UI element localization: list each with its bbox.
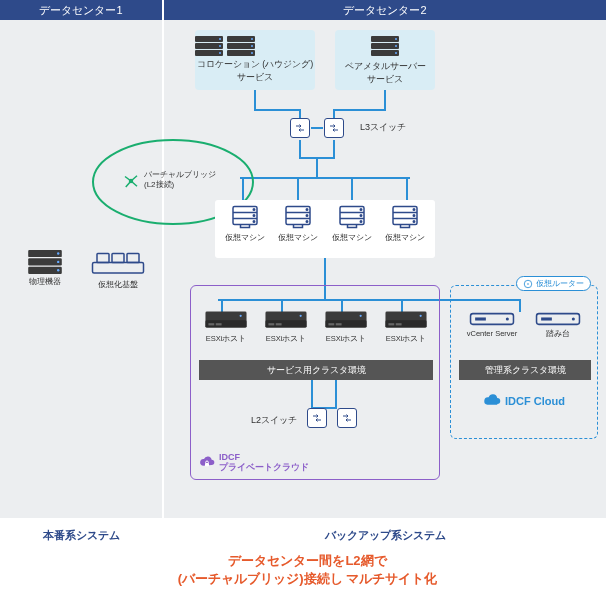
- dc2-footer: バックアップ系システム: [164, 526, 606, 544]
- svg-point-9: [307, 221, 309, 223]
- svg-rect-48: [97, 254, 109, 263]
- physical-equipment: 物理機器: [16, 252, 74, 290]
- vbridge-label-1: バーチャルブリッジ: [144, 170, 216, 180]
- server-stack-icon: [195, 36, 315, 57]
- svg-point-4: [253, 215, 255, 217]
- cloud-icon: [483, 394, 501, 408]
- host-icon: [324, 310, 368, 332]
- svg-point-17: [413, 221, 415, 223]
- esxi-host: ESXiホスト: [259, 310, 313, 344]
- idcf-cloud-label: IDCF Cloud: [451, 394, 597, 408]
- esxi-host: ESXiホスト: [199, 310, 253, 344]
- service-cluster-bar: サービス用クラスタ環境: [199, 360, 433, 380]
- svg-point-8: [307, 215, 309, 217]
- svg-point-13: [360, 221, 362, 223]
- svg-rect-43: [475, 317, 486, 320]
- svg-rect-47: [92, 263, 143, 274]
- vm-icon: [390, 205, 420, 229]
- svg-rect-37: [396, 323, 402, 325]
- svg-rect-50: [127, 254, 139, 263]
- caption: データセンター間をL2網で (バーチャルブリッジ)接続し マルチサイト化: [0, 552, 615, 588]
- svg-point-7: [307, 209, 309, 211]
- esxi-host: ESXiホスト: [379, 310, 433, 344]
- svg-rect-27: [276, 323, 282, 325]
- vm-group: 仮想マシン 仮想マシン 仮想マシン 仮想マシン: [215, 200, 435, 258]
- svg-rect-38: [205, 463, 209, 466]
- vm-item: 仮想マシン: [274, 205, 322, 256]
- svg-point-11: [360, 209, 362, 211]
- vm-icon: [230, 205, 260, 229]
- bastion-server: 踏み台: [529, 312, 587, 339]
- dc1-footer: 本番系システム: [0, 526, 162, 544]
- server-icon: [469, 312, 515, 326]
- svg-rect-31: [328, 323, 334, 325]
- svg-point-40: [527, 283, 529, 285]
- svg-rect-32: [336, 323, 342, 325]
- switch-icon: [337, 408, 357, 428]
- vbridge-label-2: (L2接続): [144, 180, 216, 190]
- svg-rect-26: [268, 323, 274, 325]
- vm-icon: [283, 205, 313, 229]
- svg-rect-22: [216, 323, 222, 325]
- vm-item: 仮想マシン: [381, 205, 429, 256]
- switch-icon: [290, 118, 310, 138]
- svg-point-20: [240, 315, 242, 317]
- svg-point-3: [253, 209, 255, 211]
- mgmt-cluster-bar: 管理系クラスタ環境: [459, 360, 591, 380]
- dc2-header: データセンター2: [164, 0, 606, 20]
- vm-item: 仮想マシン: [328, 205, 376, 256]
- svg-point-42: [506, 317, 509, 320]
- svg-rect-46: [541, 317, 552, 320]
- svg-point-30: [360, 315, 362, 317]
- host-icon: [204, 310, 248, 332]
- svg-rect-36: [388, 323, 394, 325]
- cloud-lock-icon: [199, 455, 215, 471]
- esxi-host: ESXiホスト: [319, 310, 373, 344]
- svg-point-16: [413, 215, 415, 217]
- svg-rect-21: [208, 323, 214, 325]
- vm-item: 仮想マシン: [221, 205, 269, 256]
- virtual-router-badge: 仮想ルーター: [516, 276, 591, 291]
- server-stack-icon: [371, 36, 399, 57]
- router-icon: [523, 279, 533, 289]
- colocation-service: コロケーション (ハウジング) サービス: [195, 30, 315, 90]
- host-icon: [384, 310, 428, 332]
- svg-point-15: [413, 209, 415, 211]
- l3-switches: [290, 118, 350, 140]
- l2-switches: [307, 408, 357, 428]
- private-cloud-zone: ESXiホスト ESXiホスト ESXiホスト ESXiホスト サービス用クラス…: [190, 285, 440, 480]
- switch-icon: [324, 118, 344, 138]
- dc1-header: データセンター1: [0, 0, 162, 20]
- vcenter-server: vCenter Server: [463, 312, 521, 339]
- virtualization-platform: 仮想化基盤: [89, 252, 147, 290]
- svg-rect-49: [112, 254, 124, 263]
- baremetal-service: ベアメタルサーバー サービス: [335, 30, 435, 90]
- mgmt-cluster-zone: 仮想ルーター vCenter Server 踏み台 管理系クラスタ環境 IDCF…: [450, 285, 598, 439]
- svg-point-35: [420, 315, 422, 317]
- server-icon: [535, 312, 581, 326]
- svg-point-45: [572, 317, 575, 320]
- svg-point-5: [253, 221, 255, 223]
- vm-icon: [337, 205, 367, 229]
- server-stack-icon: [28, 250, 62, 275]
- virt-platform-icon: [91, 252, 145, 276]
- switch-icon: [307, 408, 327, 428]
- l3-label: L3スイッチ: [360, 121, 406, 134]
- svg-point-12: [360, 215, 362, 217]
- l2-label: L2スイッチ: [251, 414, 297, 427]
- host-icon: [264, 310, 308, 332]
- svg-point-25: [300, 315, 302, 317]
